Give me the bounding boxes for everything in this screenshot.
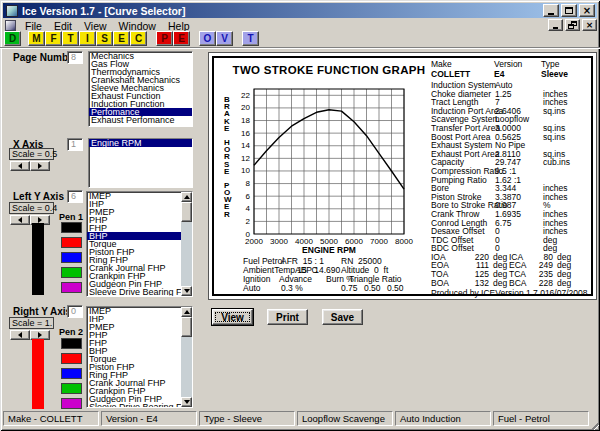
- toolbar-button-v[interactable]: V: [216, 31, 233, 46]
- right-arrow-icon: [38, 163, 42, 169]
- details-header-values: COLLETT E4 Sleeve: [431, 69, 591, 80]
- pen-color-swatch[interactable]: [61, 368, 82, 379]
- toolbar-button-c[interactable]: C: [130, 31, 147, 46]
- scroll-down-button[interactable]: [181, 397, 192, 407]
- version-value: E4: [494, 69, 541, 80]
- pen-color-swatch[interactable]: [61, 353, 82, 364]
- list-item[interactable]: Sleeve Drive Bearing FHP: [87, 403, 181, 408]
- chart-footer-text: 0.75: [341, 283, 358, 293]
- toolbar-button-t[interactable]: T: [242, 31, 259, 46]
- pen-color-swatch[interactable]: [61, 222, 82, 233]
- x-axis-scale-spinner: [10, 161, 50, 171]
- pen-color-swatch[interactable]: [61, 252, 82, 263]
- x-axis-value[interactable]: 1: [67, 138, 83, 151]
- svg-text:0: 0: [246, 230, 251, 239]
- toolbar-button-o[interactable]: O: [199, 31, 216, 46]
- close-button[interactable]: ×: [579, 4, 595, 17]
- scrollbar[interactable]: [181, 192, 192, 296]
- scroll-up-button[interactable]: [181, 192, 192, 202]
- x-scale-increase-button[interactable]: [30, 161, 50, 171]
- down-arrow-icon: [184, 400, 190, 404]
- toolbar-button-i[interactable]: I: [79, 31, 96, 46]
- port-timing-row: BOA132degBCA228deg: [431, 279, 591, 288]
- svg-text:16: 16: [241, 129, 250, 138]
- scroll-down-button[interactable]: [181, 286, 192, 296]
- maximize-button[interactable]: [561, 4, 577, 17]
- x-scale-decrease-button[interactable]: [10, 161, 30, 171]
- minimize-icon: [548, 13, 554, 15]
- chart-footer-text: 0.50: [364, 283, 381, 293]
- pen-color-swatch[interactable]: [61, 282, 82, 293]
- make-value: COLLETT: [431, 69, 494, 80]
- toolbar-button-s[interactable]: S: [96, 31, 113, 46]
- right-arrow-icon: [38, 332, 42, 338]
- pen-color-swatch[interactable]: [61, 383, 82, 394]
- scrollbar-thumb[interactable]: [181, 317, 192, 337]
- toolbar-button-e[interactable]: E: [113, 31, 130, 46]
- left-arrow-icon: [18, 332, 22, 338]
- restore-icon: [568, 21, 577, 29]
- minimize-button[interactable]: [543, 4, 559, 17]
- toolbar-button-e[interactable]: E: [173, 31, 190, 46]
- toolbar: DMFTISECPEOVT: [3, 30, 597, 47]
- status-panel: Version - E4: [101, 411, 197, 426]
- status-panel: Make - COLLETT: [3, 411, 99, 426]
- x-axis-title: ENGINE RPM: [279, 245, 379, 255]
- pen2-color-swatches: [61, 338, 82, 409]
- left-y-axis-list: IMEPIHPPMEPPHPFHPBHPTorquePiston FHPRing…: [86, 191, 193, 297]
- right-y-axis-scale: Scale = 1.: [9, 317, 54, 329]
- svg-text:2: 2: [246, 217, 251, 226]
- list-item[interactable]: Engine RPM: [89, 139, 192, 147]
- svg-text:22: 22: [241, 91, 250, 100]
- svg-text:8: 8: [246, 179, 251, 188]
- divider: [0, 48, 600, 49]
- chart-footer-text: Auto: [243, 283, 261, 293]
- make-header: Make: [431, 59, 494, 69]
- scrollbar-thumb[interactable]: [181, 202, 192, 222]
- toolbar-button-m[interactable]: M: [28, 31, 45, 46]
- type-header: Type: [541, 59, 591, 69]
- toolbar-group: D: [4, 31, 21, 46]
- x-axis-list: Engine RPM: [88, 138, 193, 188]
- app-icon: [6, 5, 18, 17]
- toolbar-button-f[interactable]: F: [45, 31, 62, 46]
- view-button[interactable]: View: [212, 309, 253, 325]
- left-arrow-icon: [18, 217, 22, 223]
- close-icon: ×: [583, 6, 591, 15]
- left-y-scale-decrease-button[interactable]: [10, 215, 30, 225]
- scroll-up-button[interactable]: [181, 307, 192, 317]
- toolbar-button-p[interactable]: P: [156, 31, 173, 46]
- chart-footer-text: 0.50: [387, 283, 404, 293]
- list-item[interactable]: Exhaust Perfomance: [89, 116, 192, 124]
- svg-text:10: 10: [241, 166, 250, 175]
- scrollbar[interactable]: [181, 307, 192, 407]
- pen-color-swatch[interactable]: [61, 398, 82, 409]
- right-y-scale-spinner: [10, 330, 50, 340]
- pen1-color-swatches: [61, 222, 82, 293]
- pen-color-swatch[interactable]: [61, 237, 82, 248]
- print-button[interactable]: Print: [267, 309, 308, 325]
- save-button[interactable]: Save: [322, 309, 363, 325]
- engine-details: Make Version Type COLLETT E4 Sleeve Indu…: [431, 59, 591, 297]
- left-y-axis-value[interactable]: 6: [67, 190, 83, 203]
- pen-color-swatch[interactable]: [61, 267, 82, 278]
- down-arrow-icon: [184, 289, 190, 293]
- svg-text:20: 20: [241, 103, 250, 112]
- toolbar-group: MFTISEC: [28, 31, 147, 46]
- right-y-scale-decrease-button[interactable]: [10, 330, 30, 340]
- close-icon: ×: [586, 21, 594, 30]
- toolbar-button-t[interactable]: T: [62, 31, 79, 46]
- toolbar-button-d[interactable]: D: [4, 31, 21, 46]
- page-number-value[interactable]: 8: [67, 51, 83, 64]
- left-y-axis-section-label: Left Y Axis: [13, 191, 64, 202]
- svg-text:12: 12: [241, 154, 250, 163]
- x-axis-scale: Scale = 0.5: [9, 148, 54, 160]
- details-header: Make Version Type: [431, 59, 591, 69]
- window-title: Ice Version 1.7 - [Curve Selector]: [22, 5, 541, 17]
- toolbar-group: OV: [199, 31, 233, 46]
- application-window: Ice Version 1.7 - [Curve Selector] × Fil…: [0, 0, 600, 431]
- right-y-axis-value[interactable]: 0: [67, 305, 83, 318]
- pen-color-swatch[interactable]: [61, 338, 82, 349]
- list-item[interactable]: Sleeve Drive Bearing FHP: [87, 288, 181, 296]
- pen1-label: Pen 1: [59, 212, 83, 222]
